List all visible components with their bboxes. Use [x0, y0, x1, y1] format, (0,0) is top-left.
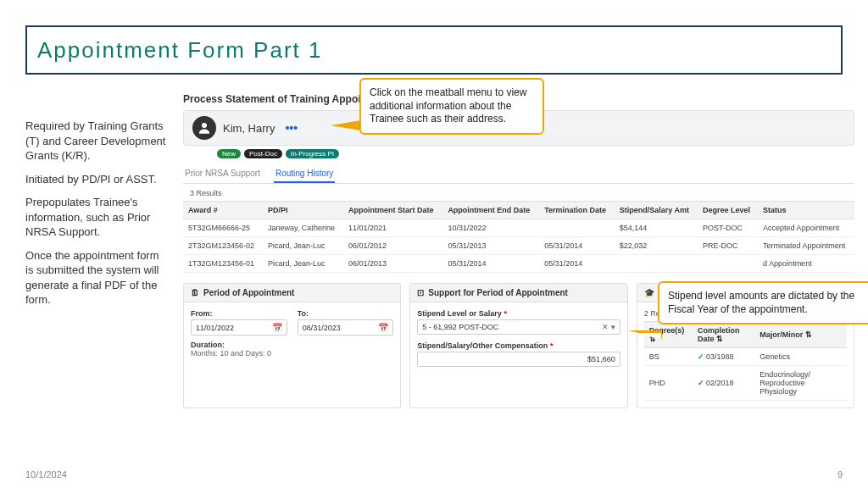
status-badge: In-Progress PI	[286, 149, 339, 158]
sidebar-text: Prepopulates Trainee's information, such…	[25, 195, 170, 240]
callout-stipend: Stipend level amounts are dictated by th…	[658, 281, 868, 324]
main-area: Process Statement of Training Appointmen…	[183, 93, 854, 454]
stipend-level-select[interactable]: 5 - 61,992 POST-DOC✕ ▾	[417, 319, 620, 335]
status-badge: Post-Doc	[244, 149, 282, 158]
avatar-icon	[192, 116, 216, 140]
table-row: PHD✓02/2018Endocrinology/ Reproductive P…	[644, 366, 847, 401]
table-row: 2T32GM123456-02Picard, Jean-Luc06/01/201…	[183, 237, 854, 255]
sidebar: Required by Training Grants (T) and Care…	[25, 119, 170, 316]
trainee-name: Kim, Harry	[223, 122, 275, 135]
stipend-other-input[interactable]: $51,660	[417, 352, 620, 367]
footer-date: 10/1/2024	[25, 469, 67, 480]
tab-prior-nrsa[interactable]: Prior NRSA Support	[183, 165, 262, 183]
sidebar-text: Once the appointment form is submitted t…	[25, 248, 170, 308]
page-title-box: Appointment Form Part 1	[25, 25, 843, 75]
table-row: 1T32GM123456-01Picard, Jean-Luc06/01/201…	[183, 255, 854, 273]
results-count: 3 Results	[190, 189, 854, 197]
footer: 10/1/2024 9	[25, 469, 843, 480]
panel-support: ⊡Support for Period of Appointment Stipe…	[409, 283, 627, 408]
panel-period: 🗓Period of Appointment From: 11/01/2022📅…	[183, 283, 401, 408]
calendar-icon: 📅	[378, 323, 388, 332]
sidebar-text: Initiated by PD/PI or ASST.	[25, 172, 170, 187]
tab-routing-history[interactable]: Routing History	[274, 165, 335, 183]
status-badge: New	[217, 149, 241, 158]
calendar-icon: 📅	[272, 323, 282, 332]
footer-page: 9	[837, 469, 843, 480]
money-icon: ⊡	[417, 288, 424, 297]
svg-point-0	[202, 123, 207, 128]
to-date-input[interactable]: 08/31/2023📅	[298, 319, 394, 336]
tabs: Prior NRSA Support Routing History	[183, 165, 854, 184]
meatball-menu-icon[interactable]: •••	[285, 121, 298, 135]
sidebar-text: Required by Training Grants (T) and Care…	[25, 119, 170, 164]
from-date-input[interactable]: 11/01/2022📅	[191, 319, 287, 336]
page-title: Appointment Form Part 1	[37, 37, 322, 64]
graduation-cap-icon: 🎓	[644, 288, 654, 297]
table-row: 5T32GM66666-25Janeway, Catherine11/01/20…	[183, 219, 854, 237]
callout-meatball: Click on the meatball menu to view addit…	[359, 78, 544, 135]
table-row: BS✓03/1988Genetics	[644, 348, 847, 366]
nrsa-table: Award # PD/PI Appointment Start Date App…	[183, 201, 854, 273]
calendar-icon: 🗓	[191, 288, 199, 297]
